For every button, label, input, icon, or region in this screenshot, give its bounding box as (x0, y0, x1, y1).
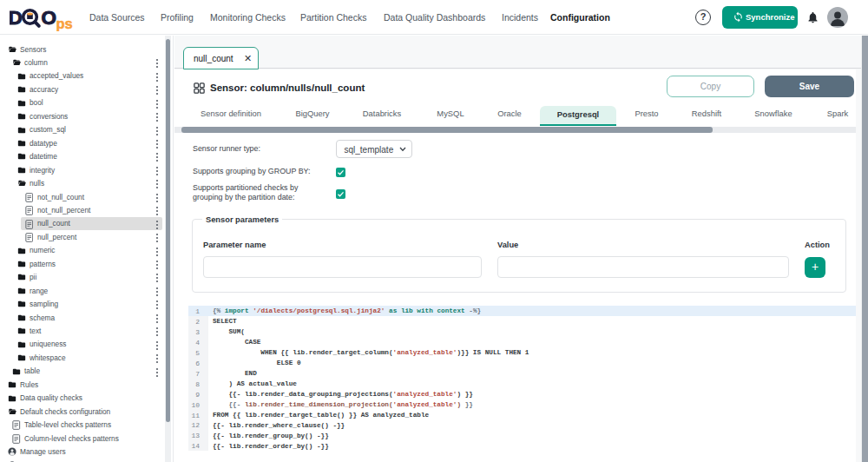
svg-text:O: O (42, 7, 57, 29)
svg-text:D: D (10, 7, 23, 29)
svg-text:ps: ps (56, 16, 73, 31)
